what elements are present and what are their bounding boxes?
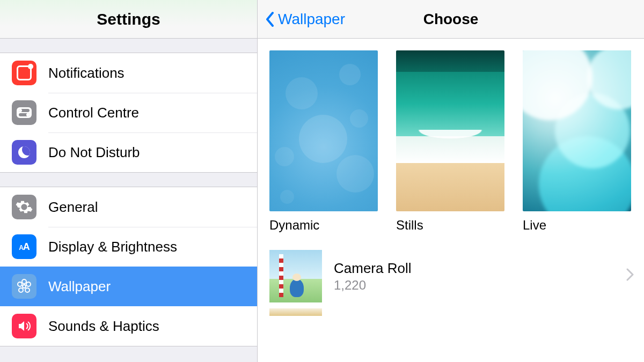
dynamic-wallpaper-thumb <box>269 50 378 211</box>
sounds-haptics-icon <box>12 314 36 338</box>
wallpaper-previews-row: Dynamic Stills Live <box>258 39 644 245</box>
display-brightness-icon: AA <box>12 234 36 259</box>
svg-point-1 <box>22 279 26 284</box>
svg-point-0 <box>23 285 26 288</box>
svg-point-2 <box>26 282 31 286</box>
album-name: Camera Roll <box>334 260 626 277</box>
stills-wallpaper-thumb <box>396 50 504 211</box>
general-icon <box>12 195 36 219</box>
album-thumb <box>269 250 322 302</box>
sidebar-group-0: Notifications Control Centre <box>0 53 257 173</box>
settings-split-view: Settings Notifications <box>0 0 644 362</box>
wallpaper-category-label: Dynamic <box>269 218 378 233</box>
sidebar-item-label: Notifications <box>48 65 125 82</box>
wallpaper-category-label: Stills <box>396 218 504 233</box>
sidebar-title: Settings <box>97 10 160 28</box>
sidebar-item-sounds-haptics[interactable]: Sounds & Haptics <box>0 306 257 346</box>
chevron-right-icon <box>626 268 634 285</box>
sidebar-header: Settings <box>0 0 257 39</box>
sidebar-item-label: Control Centre <box>48 105 139 121</box>
sidebar-item-notifications[interactable]: Notifications <box>0 53 257 93</box>
album-text: Camera Roll 1,220 <box>334 260 626 293</box>
sidebar-group-gap <box>0 173 257 187</box>
live-wallpaper-thumb <box>523 50 631 211</box>
svg-point-5 <box>18 282 22 286</box>
svg-point-3 <box>25 288 30 292</box>
sidebar-item-display-brightness[interactable]: AA Display & Brightness <box>0 227 257 267</box>
detail-title: Choose <box>423 11 479 28</box>
back-button[interactable]: Wallpaper <box>258 11 345 28</box>
album-camera-roll[interactable]: Camera Roll 1,220 <box>258 245 644 308</box>
sidebar-item-label: Display & Brightness <box>48 239 177 255</box>
album-thumb-peek <box>269 308 322 316</box>
wallpaper-category-dynamic[interactable]: Dynamic <box>269 50 378 233</box>
album-count: 1,220 <box>334 278 626 293</box>
wallpaper-detail-pane: Wallpaper Choose Dynamic Stills <box>258 0 644 362</box>
sidebar-item-label: Sounds & Haptics <box>48 318 159 335</box>
sidebar-group-1: General AA Display & Brightness Wallpape… <box>0 187 257 346</box>
wallpaper-category-live[interactable]: Live <box>523 50 631 233</box>
notifications-icon <box>12 61 36 85</box>
sidebar-item-control-centre[interactable]: Control Centre <box>0 93 257 132</box>
sidebar-item-label: Do Not Disturb <box>48 144 140 161</box>
sidebar-item-label: Wallpaper <box>48 278 111 295</box>
sidebar-item-wallpaper[interactable]: Wallpaper <box>0 267 257 306</box>
sidebar-item-label: General <box>48 199 98 216</box>
sidebar-item-do-not-disturb[interactable]: Do Not Disturb <box>0 132 257 172</box>
album-next-peek[interactable] <box>258 308 644 316</box>
sidebar-group-gap <box>0 39 257 53</box>
settings-sidebar: Settings Notifications <box>0 0 258 362</box>
chevron-left-icon <box>265 11 275 27</box>
control-centre-icon <box>12 100 36 125</box>
svg-point-4 <box>19 288 23 292</box>
wallpaper-category-stills[interactable]: Stills <box>396 50 504 233</box>
do-not-disturb-icon <box>12 140 36 165</box>
back-label: Wallpaper <box>278 11 345 28</box>
wallpaper-category-label: Live <box>523 218 631 233</box>
wallpaper-icon <box>12 274 36 299</box>
sidebar-item-general[interactable]: General <box>0 187 257 227</box>
detail-header: Wallpaper Choose <box>258 0 644 39</box>
